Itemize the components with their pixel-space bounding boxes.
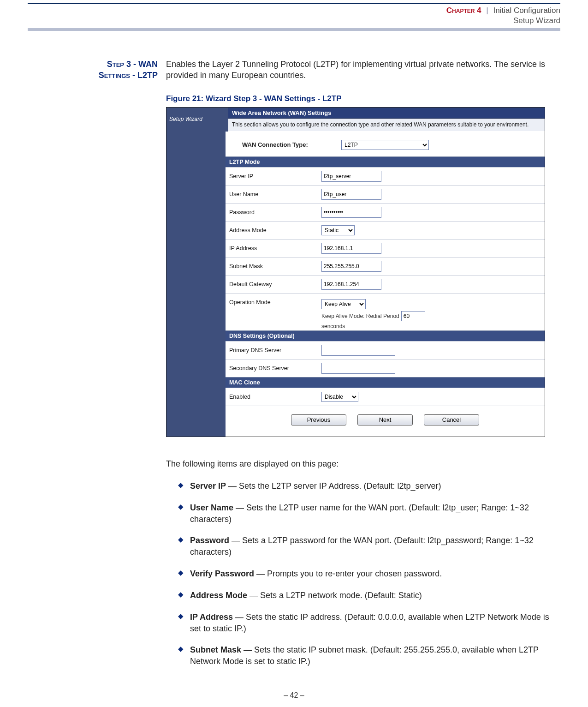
list-item: ◆ User Name — Sets the L2TP user name fo… — [166, 502, 560, 525]
mac-clone-section: MAC Clone — [226, 377, 545, 388]
items-intro: The following items are displayed on thi… — [166, 458, 560, 469]
separator: | — [483, 6, 491, 15]
header-title: Initial Configuration — [493, 6, 560, 15]
page-number: – 42 – — [0, 691, 588, 700]
ip-address-input[interactable] — [321, 243, 381, 254]
default-gateway-label: Default Gateway — [229, 281, 321, 288]
chapter-label: Chapter 4 — [446, 6, 481, 15]
embedded-screenshot: Setup Wizard Wide Area Network (WAN) Set… — [166, 107, 545, 437]
list-item: ◆ Verify Password — Prompts you to re-en… — [166, 568, 560, 580]
bullet-icon: ◆ — [178, 590, 190, 601]
section-heading: Step 3 - WAN Settings - L2TP — [28, 59, 158, 81]
subnet-mask-label: Subnet Mask — [229, 263, 321, 270]
wan-settings-desc: This section allows you to configure the… — [228, 119, 545, 132]
bullet-icon: ◆ — [178, 502, 190, 525]
dns-section: DNS Settings (Optional) — [226, 330, 545, 341]
bullet-list: ◆ Server IP — Sets the L2TP server IP Ad… — [166, 480, 560, 667]
conn-type-label: WAN Connection Type: — [242, 141, 341, 148]
wizard-nav-item[interactable]: Setup Wizard — [166, 108, 228, 132]
ip-address-label: IP Address — [229, 245, 321, 252]
list-item: ◆ Password — Sets a L2TP password for th… — [166, 535, 560, 558]
secondary-dns-input[interactable] — [321, 363, 395, 374]
l2tp-mode-section: L2TP Mode — [226, 156, 545, 167]
secondary-dns-label: Secondary DNS Server — [229, 365, 321, 371]
address-mode-select[interactable]: Static — [321, 225, 355, 235]
list-item: ◆ Server IP — Sets the L2TP server IP Ad… — [166, 480, 560, 492]
default-gateway-input[interactable] — [321, 279, 381, 290]
redial-suffix: senconds — [321, 323, 545, 330]
password-input[interactable] — [321, 207, 381, 218]
mac-enabled-select[interactable]: Disable — [321, 392, 358, 402]
wan-settings-header: Wide Area Network (WAN) Settings — [228, 108, 545, 119]
redial-prefix: Keep Alive Mode: Redial Period — [321, 313, 399, 319]
server-ip-input[interactable] — [321, 171, 381, 182]
user-name-label: User Name — [229, 191, 321, 198]
subnet-mask-input[interactable] — [321, 261, 381, 272]
operation-mode-label: Operation Mode — [229, 299, 321, 306]
next-button[interactable]: Next — [357, 414, 413, 425]
intro-paragraph: Enables the Layer 2 Tunneling Protocol (… — [166, 59, 560, 81]
primary-dns-label: Primary DNS Server — [229, 347, 321, 354]
conn-type-select[interactable]: L2TP — [341, 140, 429, 150]
password-label: Password — [229, 209, 321, 216]
server-ip-label: Server IP — [229, 173, 321, 180]
header-rule — [28, 28, 560, 31]
user-name-input[interactable] — [321, 189, 381, 200]
previous-button[interactable]: Previous — [291, 414, 346, 425]
bullet-icon: ◆ — [178, 535, 190, 558]
figure-caption: Figure 21: Wizard Step 3 - WAN Settings … — [166, 94, 560, 103]
bullet-icon: ◆ — [178, 644, 190, 667]
address-mode-label: Address Mode — [229, 227, 321, 234]
page-header: Chapter 4 | Initial Configuration — [28, 4, 560, 16]
operation-mode-select[interactable]: Keep Alive — [321, 299, 366, 309]
list-item: ◆ Address Mode — Sets a L2TP network mod… — [166, 590, 560, 601]
bullet-icon: ◆ — [178, 480, 190, 492]
primary-dns-input[interactable] — [321, 345, 395, 356]
header-subtitle: Setup Wizard — [28, 16, 560, 28]
bullet-icon: ◆ — [178, 568, 190, 580]
cancel-button[interactable]: Cancel — [424, 414, 479, 425]
mac-enabled-label: Enabled — [229, 394, 321, 400]
redial-period-input[interactable] — [401, 311, 425, 321]
list-item: ◆ Subnet Mask — Sets the static IP subne… — [166, 644, 560, 667]
list-item: ◆ IP Address — Sets the static IP addres… — [166, 611, 560, 635]
bullet-icon: ◆ — [178, 611, 190, 635]
